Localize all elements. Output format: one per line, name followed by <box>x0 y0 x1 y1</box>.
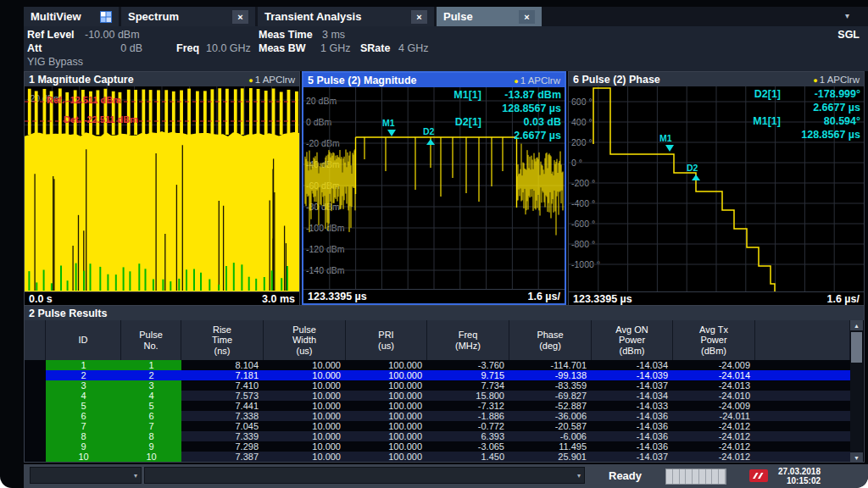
meas-time-value[interactable]: 3 ms <box>322 29 345 41</box>
table-body: 118.10410.000100.000-3.760-114.701-14.03… <box>25 360 864 462</box>
column-header[interactable]: Pulse Width (us) <box>264 320 346 360</box>
table-cell <box>25 380 46 391</box>
tab-label: Transient Analysis <box>264 10 361 23</box>
window-pulse-phase[interactable]: 6 Pulse (2) Phase ●1 APClrw 600 °400 °20… <box>568 71 865 305</box>
table-cell: -14.036 <box>592 431 673 441</box>
table-cell <box>25 452 46 462</box>
table-cell <box>755 391 850 401</box>
marker-readout-row: 2.6677 µs <box>434 129 561 142</box>
table-cell: 1.450 <box>427 452 509 462</box>
x-scale-label: 1.6 µs/ <box>827 293 860 305</box>
column-header[interactable]: Freq (MHz) <box>427 320 509 360</box>
yig-bypass-label: YIG Bypass <box>27 56 83 68</box>
table-cell <box>25 441 46 452</box>
column-header[interactable]: Pulse No. <box>121 320 181 360</box>
close-icon[interactable]: × <box>232 10 248 24</box>
freq-value[interactable]: 10.0 GHz <box>206 42 251 54</box>
table-scrollbar[interactable]: ▲ ▼ <box>850 320 863 463</box>
table-cell: 7.045 <box>181 421 264 431</box>
marker-readout-row: 2.6677 µs <box>733 101 860 114</box>
pulse-phase-plot[interactable]: 600 °400 °200 °0 °-200 °-400 °-600 °-800… <box>569 86 864 291</box>
ref-level-value[interactable]: -10.00 dBm <box>85 29 140 41</box>
window-titlebar[interactable]: 6 Pulse (2) Phase ●1 APClrw <box>569 72 864 86</box>
table-cell: 100.000 <box>346 370 427 380</box>
table-row[interactable]: 10107.38710.000100.0001.45025.901-14.037… <box>25 452 850 462</box>
scrollbar-thumb[interactable] <box>851 332 862 363</box>
table-cell: 100.000 <box>346 452 427 462</box>
table-cell <box>25 360 46 370</box>
status-dropdown-2[interactable]: ▾ <box>144 467 585 484</box>
trace-badge: ●1 APClrw <box>514 75 560 86</box>
table-cell: 10.000 <box>264 370 346 380</box>
table-cell: 2 <box>46 370 121 380</box>
table-cell: 10 <box>46 452 121 462</box>
window-title: 6 Pulse (2) Phase <box>573 74 660 86</box>
scroll-up-icon[interactable]: ▲ <box>850 320 863 330</box>
tab-multiview[interactable]: MultiView <box>24 7 119 26</box>
meas-bw-value[interactable]: 1 GHz <box>320 42 350 54</box>
table-row[interactable]: 887.33910.000100.0006.393-6.006-14.036-2… <box>25 431 850 441</box>
close-icon[interactable]: × <box>519 10 535 24</box>
window-titlebar[interactable]: 2 Pulse Results <box>25 306 864 320</box>
window-title: 2 Pulse Results <box>29 308 107 319</box>
table-cell: 7.410 <box>181 380 264 391</box>
window-titlebar[interactable]: 1 Magnitude Capture ●1 APClrw <box>25 72 299 86</box>
table-cell: -24.010 <box>673 391 755 401</box>
marker-d2-flag[interactable]: D2 <box>423 126 434 136</box>
tab-transient-analysis[interactable]: Transient Analysis × <box>258 7 434 26</box>
pulse-magnitude-plot[interactable]: 20 dBm0 dBm-20 dBm-40 dBm-60 dBm-80 dBm-… <box>303 87 565 289</box>
table-cell: -24.009 <box>673 401 755 411</box>
status-dropdown-1[interactable]: ▾ <box>30 467 142 484</box>
x-axis-strip: 0.0 s 3.0 ms <box>25 291 299 306</box>
column-header[interactable]: PRI (us) <box>346 320 427 360</box>
table-cell: 7.387 <box>181 452 264 462</box>
table-row[interactable]: 997.29810.000100.000-3.06511.495-14.036-… <box>25 441 850 452</box>
table-cell: -24.012 <box>673 421 755 431</box>
ref-line-label: Ref. -12.511 dBm <box>47 95 121 105</box>
table-cell: -3.760 <box>427 360 509 370</box>
scroll-down-icon[interactable]: ▼ <box>850 452 863 463</box>
table-cell: 9.715 <box>427 370 509 380</box>
chevron-down-icon[interactable]: ▾ <box>845 11 849 20</box>
window-magnitude-capture[interactable]: 1 Magnitude Capture ●1 APClrw -20 dBm Re… <box>24 71 300 305</box>
table-row[interactable]: 118.10410.000100.000-3.760-114.701-14.03… <box>25 360 850 370</box>
column-header[interactable]: Avg ON Power (dBm) <box>592 320 673 360</box>
marker-d2-flag[interactable]: D2 <box>687 163 698 173</box>
table-row[interactable]: 667.33810.000100.000-1.886-36.006-14.036… <box>25 411 850 421</box>
table-row[interactable]: 337.41010.000100.0007.734-83.359-14.037-… <box>25 380 850 391</box>
window-titlebar[interactable]: 5 Pulse (2) Magnitude ●1 APClrw <box>303 73 565 87</box>
x-start-label: 123.3395 µs <box>308 291 367 302</box>
table-cell: -6.006 <box>509 431 592 441</box>
att-value[interactable]: 0 dB <box>100 42 142 54</box>
marker-m1-flag[interactable]: M1 <box>659 133 672 143</box>
tab-spectrum[interactable]: Spectrum × <box>121 7 255 26</box>
att-label: Att <box>27 42 42 54</box>
column-header[interactable]: Avg Tx Power (dBm) <box>673 320 755 360</box>
table-cell: -14.033 <box>592 401 673 411</box>
table-row[interactable]: 447.57310.000100.00015.800-69.827-14.034… <box>25 391 850 401</box>
table-row[interactable]: 557.44110.000100.000-7.312-52.887-14.033… <box>25 401 850 411</box>
table-cell: 6.393 <box>427 431 509 441</box>
window-title: 1 Magnitude Capture <box>29 74 134 86</box>
table-cell: 4 <box>121 391 181 401</box>
table-row[interactable]: 227.18110.000100.0009.715-99.138-14.039-… <box>25 370 850 380</box>
table-cell: 7 <box>121 421 181 431</box>
srate-value[interactable]: 4 GHz <box>398 42 428 54</box>
column-header[interactable]: Phase (deg) <box>509 320 592 360</box>
trace-badge: ●1 APClrw <box>813 75 860 85</box>
table-row[interactable]: 777.04510.000100.000-0.772-20.587-14.036… <box>25 421 850 431</box>
table-cell <box>25 401 46 411</box>
column-header[interactable]: Rise Time (ns) <box>181 320 264 360</box>
marker-m1-flag[interactable]: M1 <box>382 118 395 128</box>
table-cell: -69.827 <box>509 391 592 401</box>
tab-pulse[interactable]: Pulse × <box>437 7 542 26</box>
x-start-label: 123.3395 µs <box>573 293 632 305</box>
table-cell: -14.037 <box>592 380 673 391</box>
magnitude-capture-plot[interactable]: -20 dBm Ref. -12.511 dBm Det. -22.511 dB… <box>25 86 299 291</box>
close-icon[interactable]: × <box>411 10 427 24</box>
table-cell: -24.012 <box>673 431 755 441</box>
column-header[interactable]: ID <box>46 320 121 360</box>
table-cell: 7 <box>46 421 121 431</box>
table-cell: 1 <box>121 360 181 370</box>
window-pulse-magnitude[interactable]: 5 Pulse (2) Magnitude ●1 APClrw 20 dBm0 … <box>302 71 566 305</box>
